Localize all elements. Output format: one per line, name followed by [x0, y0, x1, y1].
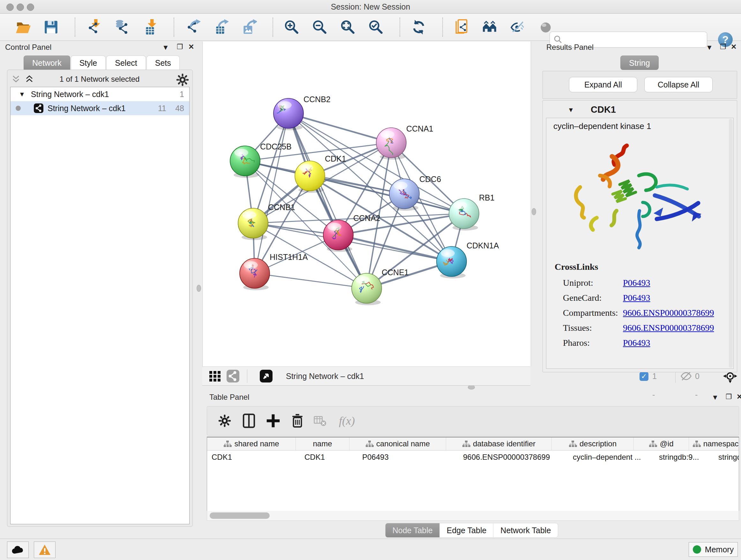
- network-view-toolbar: String Network – cdk1 ✓ 1 - 0 0 - 0: [202, 367, 530, 386]
- gene-entry-header[interactable]: ▼ CDK1: [543, 103, 737, 117]
- results-entry-box: ▼ CDK1 cyclin–dependent kinase 1: [542, 100, 737, 372]
- network-view-icon[interactable]: [226, 369, 240, 383]
- column-header-id[interactable]: @id: [634, 437, 689, 450]
- close-panel-icon[interactable]: ✕: [737, 393, 741, 401]
- tab-sets[interactable]: Sets: [146, 56, 180, 70]
- network-options-gear-icon[interactable]: [176, 73, 189, 87]
- tab-string[interactable]: String: [620, 56, 658, 70]
- table-settings-gear-icon[interactable]: [216, 412, 233, 429]
- node-CDC25B[interactable]: CDC25B: [230, 142, 292, 178]
- memory-status-dot: [693, 545, 701, 554]
- table-cell[interactable]: P06493: [358, 450, 459, 464]
- cloud-button[interactable]: [7, 542, 29, 558]
- panel-menu-icon[interactable]: ▼: [712, 393, 719, 401]
- hide-selected-button[interactable]: [509, 18, 527, 36]
- edge-HIST1H1A-CCNE1[interactable]: [255, 273, 367, 288]
- tab-node-table[interactable]: Node Table: [385, 523, 440, 538]
- network-collection-row[interactable]: ▼ String Network – cdk1 1: [10, 87, 189, 101]
- crosslinks-title: CrossLinks: [555, 262, 727, 272]
- export-table-button[interactable]: [212, 18, 230, 36]
- table-cell[interactable]: CDK1: [207, 450, 300, 464]
- table-cell[interactable]: stringdb:9...: [655, 450, 714, 464]
- crosslink-row: GeneCard: P06493: [555, 290, 727, 305]
- export-image-button[interactable]: [240, 18, 258, 36]
- left-splitter-handle[interactable]: [197, 285, 201, 292]
- column-header-databaseidentifier[interactable]: database identifier: [446, 437, 552, 450]
- close-panel-icon[interactable]: ✕: [731, 43, 737, 51]
- export-network-button[interactable]: [184, 18, 202, 36]
- grid-view-icon[interactable]: [208, 369, 222, 383]
- crosslink-link[interactable]: 9606.ENSP00000378699: [623, 323, 714, 333]
- delete-column-icon[interactable]: [289, 412, 306, 429]
- zoom-out-button[interactable]: [311, 18, 329, 36]
- entry-expander-icon[interactable]: ▼: [568, 106, 574, 114]
- panel-menu-icon[interactable]: ▼: [162, 44, 169, 52]
- refresh-button[interactable]: [410, 18, 428, 36]
- column-header-description[interactable]: description: [552, 437, 634, 450]
- tab-edge-table[interactable]: Edge Table: [440, 523, 494, 538]
- bottom-splitter-handle[interactable]: [468, 385, 475, 389]
- network-row[interactable]: String Network – cdk1 11 48: [10, 101, 189, 115]
- crosslink-link[interactable]: P06493: [623, 293, 650, 303]
- right-splitter-handle[interactable]: [532, 208, 536, 215]
- tree-expander-icon[interactable]: ▼: [19, 91, 25, 98]
- float-panel-icon[interactable]: ❐: [720, 43, 726, 51]
- column-header-canonicalname[interactable]: canonical name: [349, 437, 446, 450]
- table-cell[interactable]: stringdb: [714, 450, 739, 464]
- toolbar-separator: [273, 17, 273, 37]
- detach-view-icon[interactable]: [259, 369, 273, 383]
- float-panel-icon[interactable]: ❐: [177, 43, 183, 51]
- table-row[interactable]: CDK1CDK1P064939606.ENSP00000378699cyclin…: [207, 450, 739, 464]
- open-session-icon: [15, 19, 31, 35]
- show-columns-icon[interactable]: [240, 412, 258, 429]
- node-HIST1H1A[interactable]: HIST1H1A: [240, 253, 308, 290]
- table-horizontal-scrollbar[interactable]: [207, 511, 739, 521]
- node-RB1[interactable]: RB1: [449, 193, 495, 231]
- edge-CCNA2-CDKN1A[interactable]: [338, 235, 452, 261]
- panel-menu-icon[interactable]: ▼: [706, 44, 713, 52]
- control-panel: Control Panel ▼ ❐ ✕ NetworkStyleSelectSe…: [2, 42, 198, 529]
- tab-network-table[interactable]: Network Table: [493, 523, 558, 538]
- tab-network[interactable]: Network: [23, 56, 70, 70]
- zoom-fit-button[interactable]: [339, 18, 357, 36]
- scrollbar-thumb[interactable]: [210, 512, 270, 519]
- warnings-button[interactable]: [34, 542, 56, 558]
- column-header-name[interactable]: name: [296, 437, 349, 450]
- tab-style[interactable]: Style: [71, 56, 106, 70]
- node-CCNB2[interactable]: CCNB2: [273, 95, 331, 130]
- table-cell[interactable]: 9606.ENSP00000378699: [459, 450, 568, 464]
- crosslink-link[interactable]: P06493: [623, 338, 650, 348]
- new-network-from-selection-button[interactable]: [453, 18, 470, 36]
- memory-button[interactable]: Memory: [689, 542, 738, 557]
- results-vertical-scrollbar[interactable]: [729, 119, 733, 368]
- refresh-icon: [411, 19, 427, 35]
- crosslink-link[interactable]: 9606.ENSP00000378699: [623, 308, 714, 318]
- float-panel-icon[interactable]: ❐: [726, 393, 732, 401]
- first-neighbors-button[interactable]: [481, 18, 498, 36]
- save-session-button[interactable]: [42, 18, 60, 36]
- edge-CCNB2-HIST1H1A[interactable]: [255, 113, 288, 273]
- crosslink-link[interactable]: P06493: [623, 278, 650, 288]
- collapse-all-button[interactable]: Collapse All: [644, 77, 713, 92]
- table-cell[interactable]: CDK1: [300, 450, 358, 464]
- table-cell[interactable]: cyclin–dependent ...: [568, 450, 655, 464]
- import-table-from-file-button[interactable]: [141, 18, 159, 36]
- create-column-icon[interactable]: [265, 412, 282, 429]
- close-panel-icon[interactable]: ✕: [188, 43, 194, 51]
- node-CDKN1A[interactable]: CDKN1A: [436, 241, 499, 278]
- import-network-from-database-button[interactable]: [113, 18, 131, 36]
- edge-CCNB2-CCNE1[interactable]: [288, 113, 367, 288]
- column-header-sharedname[interactable]: shared name: [207, 437, 296, 450]
- network-canvas[interactable]: CCNB2 CCNA1 CDC25B CDK1 CDC6 RB1: [202, 42, 531, 367]
- open-session-button[interactable]: [14, 18, 32, 36]
- edge-CCNB2-CCNA1[interactable]: [288, 113, 391, 143]
- zoom-in-button[interactable]: [283, 18, 300, 36]
- table-header-row: shared name name canonical name database…: [207, 437, 739, 450]
- column-header-namespac[interactable]: namespac: [689, 437, 739, 450]
- expand-all-button[interactable]: Expand All: [569, 77, 637, 92]
- import-network-from-file-button[interactable]: [85, 18, 103, 36]
- node-label-HIST1H1A: HIST1H1A: [270, 253, 308, 261]
- tab-select[interactable]: Select: [106, 56, 145, 70]
- zoom-selected-button[interactable]: [367, 18, 385, 36]
- node-CCNA1[interactable]: CCNA1: [376, 124, 433, 160]
